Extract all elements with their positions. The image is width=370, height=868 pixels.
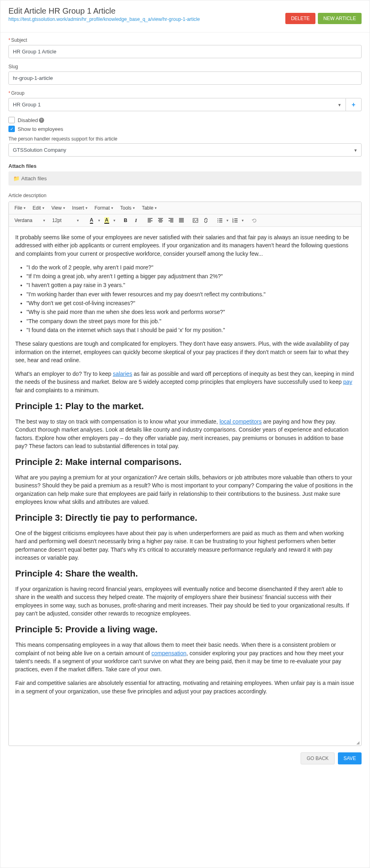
- folder-icon: 📁: [13, 175, 20, 181]
- menu-insert[interactable]: Insert▼: [70, 204, 91, 212]
- numbered-list-button[interactable]: 123: [231, 216, 240, 225]
- menu-edit[interactable]: Edit▼: [30, 204, 47, 212]
- menu-tools[interactable]: Tools▼: [118, 204, 138, 212]
- align-right-button[interactable]: [167, 216, 175, 225]
- svg-point-1: [194, 219, 195, 220]
- description-label: Article description: [8, 193, 362, 198]
- compensation-link[interactable]: compensation: [151, 650, 186, 656]
- editor-content-area[interactable]: It probably seems like some of your empl…: [9, 227, 361, 740]
- menu-file[interactable]: File▼: [12, 204, 28, 212]
- salaries-link[interactable]: salaries: [113, 371, 132, 377]
- italic-button[interactable]: I: [132, 216, 140, 225]
- go-back-button[interactable]: GO BACK: [301, 752, 335, 764]
- new-article-button[interactable]: NEW ARTICLE: [318, 13, 362, 24]
- handler-select[interactable]: GTSSolution Company: [8, 143, 362, 157]
- group-label: *Group: [8, 90, 362, 96]
- menu-format[interactable]: Format▼: [92, 204, 116, 212]
- slug-label: Slug: [8, 64, 362, 69]
- image-button[interactable]: [191, 216, 200, 225]
- attach-files-button[interactable]: 📁 Attach files: [8, 171, 362, 185]
- text-color-button[interactable]: A: [87, 216, 96, 225]
- slug-input[interactable]: [8, 71, 362, 85]
- add-group-button[interactable]: +: [346, 98, 362, 111]
- page-url-link[interactable]: https://test.gtssolution.work/admin/hr_p…: [8, 16, 200, 22]
- bg-color-button[interactable]: A: [102, 216, 111, 225]
- font-family-select[interactable]: Verdana▼: [12, 216, 48, 225]
- svg-point-2: [218, 218, 218, 219]
- menu-view[interactable]: View▼: [49, 204, 68, 212]
- align-center-button[interactable]: [156, 216, 165, 225]
- delete-button[interactable]: DELETE: [285, 13, 315, 24]
- bullet-list-button[interactable]: [215, 216, 224, 225]
- editor-toolbar: Verdana▼ 12pt▼ A▼ A▼ B I ▼ 123▼: [9, 214, 361, 227]
- show-employees-label: Show to employees: [18, 126, 63, 132]
- rich-text-editor: File▼ Edit▼ View▼ Insert▼ Format▼ Tools▼…: [8, 202, 362, 746]
- disabled-label: Disabled: [18, 117, 38, 123]
- help-icon[interactable]: ?: [39, 118, 44, 123]
- svg-point-3: [218, 220, 218, 221]
- menu-table[interactable]: Table▼: [139, 204, 160, 212]
- font-size-select[interactable]: 12pt▼: [50, 216, 82, 225]
- align-left-button[interactable]: [146, 216, 155, 225]
- align-justify-button[interactable]: [177, 216, 186, 225]
- handler-label: The person handler requests support for …: [8, 136, 362, 142]
- group-select[interactable]: HR Group 1: [8, 98, 346, 111]
- show-employees-checkbox[interactable]: ✓: [8, 126, 15, 132]
- svg-point-4: [218, 222, 218, 222]
- bold-button[interactable]: B: [121, 216, 130, 225]
- resize-handle[interactable]: ◢: [9, 740, 361, 746]
- svg-text:3: 3: [232, 221, 234, 223]
- save-button[interactable]: SAVE: [338, 752, 362, 764]
- subject-input[interactable]: [8, 45, 362, 58]
- editor-menu-bar: File▼ Edit▼ View▼ Insert▼ Format▼ Tools▼…: [9, 202, 361, 214]
- page-title: Edit Article HR Group 1 Article: [8, 6, 285, 16]
- competitors-link[interactable]: local competitors: [220, 418, 262, 425]
- undo-button[interactable]: [250, 216, 258, 225]
- pay-link[interactable]: pay: [343, 379, 352, 385]
- attach-section-label: Attach files: [8, 163, 362, 169]
- disabled-checkbox[interactable]: [8, 117, 15, 123]
- subject-label: *Subject: [8, 37, 362, 43]
- link-button[interactable]: [201, 216, 210, 225]
